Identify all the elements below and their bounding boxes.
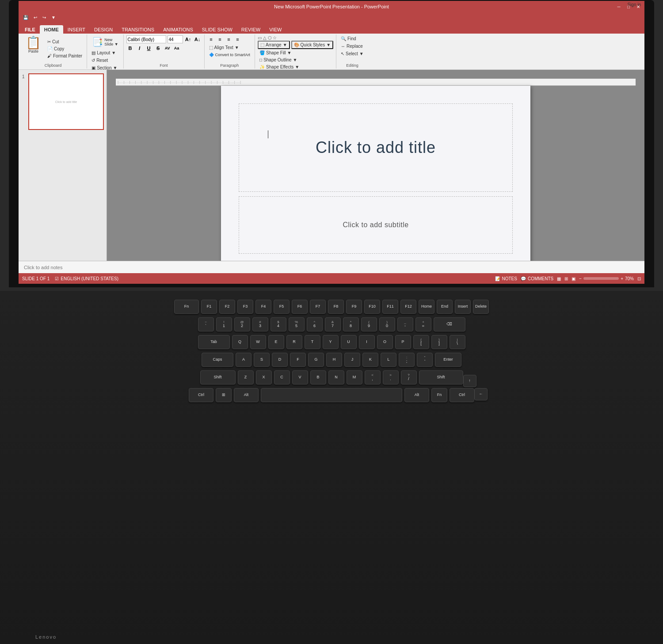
key-backslash[interactable]: |\ — [450, 335, 465, 349]
key-f[interactable]: F — [290, 353, 306, 367]
key-f9[interactable]: F9 — [346, 300, 362, 314]
key-d[interactable]: D — [272, 353, 288, 367]
key-left-alt[interactable]: Alt — [234, 388, 259, 402]
key-semicolon[interactable]: :; — [399, 353, 415, 367]
new-slide-button[interactable]: 📑 NewSlide ▼ — [90, 35, 120, 49]
key-f4[interactable]: F4 — [255, 300, 271, 314]
tab-transitions[interactable]: TRANSITIONS — [117, 25, 159, 34]
trackpoint-up-key[interactable]: ↑ — [463, 375, 476, 387]
qa-redo-icon[interactable]: ↪ — [41, 15, 48, 20]
slide-title-placeholder[interactable]: Click to add title — [316, 138, 436, 157]
key-right-ctrl[interactable]: Ctrl — [450, 388, 474, 402]
key-delete[interactable]: Delete — [473, 300, 489, 314]
key-7[interactable]: &7 — [325, 317, 341, 332]
key-m[interactable]: M — [347, 370, 362, 385]
underline-button[interactable]: U — [145, 44, 153, 52]
key-equals[interactable]: += — [415, 317, 431, 332]
strikethrough-button[interactable]: S — [154, 44, 162, 52]
key-y[interactable]: Y — [323, 335, 339, 349]
align-center-button[interactable]: ≡ — [216, 35, 224, 43]
tab-slideshow[interactable]: SLIDE SHOW — [198, 25, 237, 34]
key-q[interactable]: Q — [232, 335, 248, 349]
zoom-control[interactable]: − + 70% — [579, 276, 634, 281]
key-arrow-left[interactable]: ← — [474, 388, 488, 400]
slide-subtitle-area[interactable]: Click to add subtitle — [239, 196, 513, 254]
fit-window-button[interactable]: ⊡ — [637, 276, 641, 281]
paste-button[interactable]: 📋 Paste — [22, 35, 45, 62]
key-f8[interactable]: F8 — [328, 300, 344, 314]
qa-save-icon[interactable]: 💾 — [21, 15, 30, 20]
key-w[interactable]: W — [250, 335, 266, 349]
key-k[interactable]: K — [362, 353, 378, 367]
key-space[interactable] — [261, 388, 402, 402]
key-quote[interactable]: "' — [417, 353, 433, 367]
format-painter-button[interactable]: 🖌 Format Painter — [46, 53, 84, 59]
key-8[interactable]: *8 — [343, 317, 359, 332]
increase-font-button[interactable]: A↑ — [184, 35, 192, 43]
decrease-font-button[interactable]: A↓ — [194, 35, 202, 43]
view-normal-button[interactable]: ▦ — [557, 276, 561, 281]
notes-bar[interactable]: Click to add notes — [19, 261, 644, 273]
key-left-ctrl[interactable]: Ctrl — [189, 388, 213, 402]
key-i[interactable]: I — [359, 335, 375, 349]
key-enter[interactable]: Enter — [435, 353, 461, 367]
key-o[interactable]: O — [377, 335, 393, 349]
key-rbracket[interactable]: }] — [431, 335, 447, 349]
key-6[interactable]: ^6 — [307, 317, 323, 332]
zoom-in-icon[interactable]: + — [621, 276, 623, 281]
key-2[interactable]: @2 — [234, 317, 250, 332]
notes-placeholder[interactable]: Click to add notes — [24, 265, 62, 270]
key-f7[interactable]: F7 — [310, 300, 326, 314]
char-spacing-button[interactable]: AV — [164, 44, 171, 52]
slide-title-area[interactable]: Click to add title — [239, 103, 513, 192]
key-a[interactable]: A — [236, 353, 251, 367]
justify-button[interactable]: ≡ — [234, 35, 242, 43]
key-backtick[interactable]: ~` — [198, 317, 214, 332]
reset-button[interactable]: ↺ Reset — [90, 57, 110, 64]
bold-button[interactable]: B — [126, 44, 134, 52]
minimize-button[interactable]: ─ — [614, 3, 623, 11]
shape-effects-button[interactable]: ✨ Shape Effects▼ — [258, 64, 301, 70]
key-f10[interactable]: F10 — [364, 300, 380, 314]
restore-button[interactable]: □ — [624, 3, 633, 11]
key-g[interactable]: G — [308, 353, 324, 367]
key-f6[interactable]: F6 — [292, 300, 308, 314]
key-lbracket[interactable]: {[ — [413, 335, 429, 349]
key-f5[interactable]: F5 — [274, 300, 290, 314]
key-left-shift[interactable]: Shift — [200, 370, 236, 385]
key-f12[interactable]: F12 — [400, 300, 416, 314]
key-p[interactable]: P — [395, 335, 411, 349]
key-end[interactable]: End — [437, 300, 453, 314]
italic-button[interactable]: I — [136, 44, 144, 52]
font-color-button[interactable]: Aa — [173, 44, 181, 52]
shape-outline-button[interactable]: □ Shape Outline▼ — [258, 57, 299, 63]
key-right-alt[interactable]: Alt — [404, 388, 429, 402]
key-backspace[interactable]: ⌫ — [434, 317, 465, 332]
comments-button[interactable]: 💬 COMMENTS — [521, 276, 553, 281]
key-f11[interactable]: F11 — [382, 300, 398, 314]
shape-fill-button[interactable]: 🪣 Shape Fill▼ — [258, 50, 293, 56]
key-t[interactable]: T — [305, 335, 320, 349]
align-right-button[interactable]: ≡ — [225, 35, 233, 43]
notes-button[interactable]: 📝 NOTES — [495, 276, 517, 281]
key-f2[interactable]: F2 — [219, 300, 235, 314]
font-name-input[interactable] — [126, 35, 166, 43]
layout-button[interactable]: ▤ Layout▼ — [90, 50, 118, 56]
key-fn[interactable]: Fn — [174, 300, 199, 314]
copy-button[interactable]: 📄 Copy — [46, 46, 84, 52]
arrange-button[interactable]: ⬚ Arrange▼ — [258, 41, 290, 49]
key-period[interactable]: >. — [383, 370, 399, 385]
key-z[interactable]: Z — [238, 370, 254, 385]
key-comma[interactable]: <, — [365, 370, 381, 385]
key-e[interactable]: E — [268, 335, 284, 349]
convert-smartart-button[interactable]: 🔷 Convert to SmartArt — [207, 52, 252, 58]
key-j[interactable]: J — [344, 353, 360, 367]
key-minus[interactable]: _- — [397, 317, 413, 332]
key-win[interactable]: ⊞ — [216, 388, 232, 402]
slide-1-thumbnail[interactable]: Click to add title — [28, 73, 104, 130]
qa-more-icon[interactable]: ▼ — [50, 15, 57, 20]
slide-subtitle-placeholder[interactable]: Click to add subtitle — [343, 221, 408, 229]
key-f1[interactable]: F1 — [201, 300, 217, 314]
key-insert[interactable]: Insert — [455, 300, 471, 314]
tab-file[interactable]: FILE — [20, 25, 40, 34]
